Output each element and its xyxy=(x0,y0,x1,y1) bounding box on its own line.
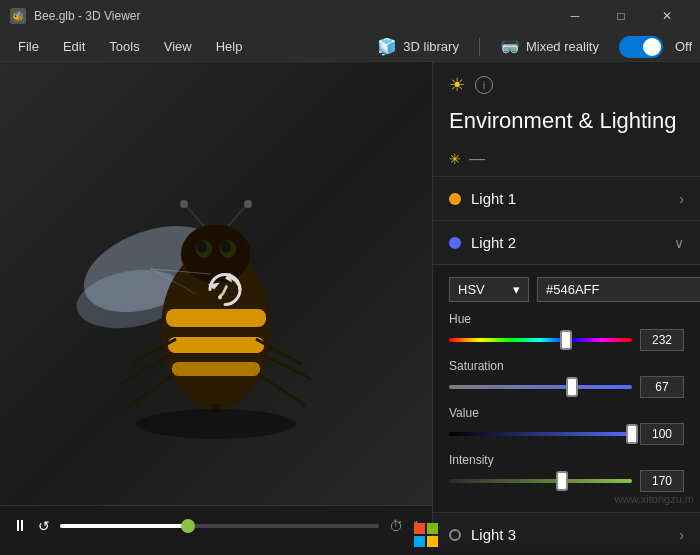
value-slider-row: Value 100 xyxy=(449,406,684,445)
menu-file[interactable]: File xyxy=(8,35,49,58)
playback-bar: ⏸ ↺ ⏱ 1 xyxy=(0,505,432,545)
pause-button[interactable]: ⏸ xyxy=(12,517,28,535)
progress-thumb[interactable] xyxy=(181,519,195,533)
intensity-value[interactable]: 170 xyxy=(640,470,684,492)
light-3-chevron: › xyxy=(679,527,684,543)
intensity-track-wrapper[interactable] xyxy=(449,471,632,491)
mode-label: HSV xyxy=(458,282,485,297)
right-panel: ☀ i Environment & Lighting ✳ — Light 1 ›… xyxy=(432,62,700,545)
value-thumb[interactable] xyxy=(626,424,638,444)
light-2-chevron: ∨ xyxy=(674,235,684,251)
menu-tools[interactable]: Tools xyxy=(99,35,149,58)
app-icon: 🐝 xyxy=(10,8,26,24)
hex-input[interactable] xyxy=(537,277,700,302)
viewer-area[interactable]: ⏸ ↺ ⏱ 1 xyxy=(0,62,432,545)
mixed-reality-label: Mixed reality xyxy=(526,39,599,54)
light-2-left: Light 2 xyxy=(449,234,516,251)
menu-edit[interactable]: Edit xyxy=(53,35,95,58)
library-label: 3D library xyxy=(403,39,459,54)
light-2-label: Light 2 xyxy=(471,234,516,251)
maximize-button[interactable]: □ xyxy=(598,0,644,32)
toggle-off-label: Off xyxy=(675,39,692,54)
svg-point-11 xyxy=(221,241,231,253)
light-2-item[interactable]: Light 2 ∨ xyxy=(433,220,700,264)
sun-icon: ☀ xyxy=(449,74,465,96)
saturation-slider-row: Saturation 67 xyxy=(449,359,684,398)
library-button[interactable]: 🧊 3D library xyxy=(369,34,467,59)
windows-logo-blue xyxy=(414,536,425,547)
mixed-reality-icon: 🥽 xyxy=(500,37,520,56)
intensity-track xyxy=(449,479,632,483)
reload-button[interactable]: ↺ xyxy=(38,518,50,534)
light-1-label: Light 1 xyxy=(471,190,516,207)
svg-line-20 xyxy=(261,354,311,379)
windows-logo-yellow xyxy=(427,536,438,547)
svg-line-18 xyxy=(126,374,174,409)
watermark: www.xitongzu.m xyxy=(609,491,700,507)
intensity-label: Intensity xyxy=(449,453,684,467)
value-control: 100 xyxy=(449,423,684,445)
info-icon[interactable]: i xyxy=(475,76,493,94)
light-3-label: Light 3 xyxy=(471,526,516,543)
hue-value[interactable]: 232 xyxy=(640,329,684,351)
panel-header: ☀ i xyxy=(433,62,700,104)
window-controls: ─ □ ✕ xyxy=(552,0,690,32)
svg-point-27 xyxy=(218,295,222,299)
saturation-track-wrapper[interactable] xyxy=(449,377,632,397)
intensity-slider-row: Intensity 170 xyxy=(449,453,684,492)
sun-adjust-icon: ✳ xyxy=(449,151,461,167)
mode-dropdown-icon: ▾ xyxy=(513,282,520,297)
light-2-expanded: HSV ▾ Hue 232 Saturat xyxy=(433,264,700,512)
intensity-thumb[interactable] xyxy=(556,471,568,491)
bee-container xyxy=(0,62,432,545)
progress-bar[interactable] xyxy=(60,524,379,528)
windows-logo-green xyxy=(427,523,438,534)
hue-track-wrapper[interactable] xyxy=(449,330,632,350)
hue-control: 232 xyxy=(449,329,684,351)
minimize-button[interactable]: ─ xyxy=(552,0,598,32)
intensity-control: 170 xyxy=(449,470,684,492)
menu-right: 🧊 3D library 🥽 Mixed reality Off xyxy=(369,34,692,59)
value-track-wrapper[interactable] xyxy=(449,424,632,444)
hue-thumb[interactable] xyxy=(560,330,572,350)
menu-help[interactable]: Help xyxy=(206,35,253,58)
title-bar: 🐝 Bee.glb - 3D Viewer ─ □ ✕ xyxy=(0,0,700,32)
hue-label: Hue xyxy=(449,312,684,326)
close-button[interactable]: ✕ xyxy=(644,0,690,32)
saturation-label: Saturation xyxy=(449,359,684,373)
panel-title: Environment & Lighting xyxy=(433,104,700,138)
clock-icon: ⏱ xyxy=(389,518,403,534)
toggle-knob xyxy=(643,38,661,56)
title-bar-left: 🐝 Bee.glb - 3D Viewer xyxy=(10,8,141,24)
svg-rect-5 xyxy=(168,337,264,353)
windows-logo-red xyxy=(414,523,425,534)
svg-point-13 xyxy=(180,200,188,208)
svg-point-15 xyxy=(244,200,252,208)
light-3-item[interactable]: Light 3 › xyxy=(433,512,700,545)
saturation-thumb[interactable] xyxy=(566,377,578,397)
light-1-item[interactable]: Light 1 › xyxy=(433,176,700,220)
menu-items: File Edit Tools View Help xyxy=(8,35,252,58)
svg-line-12 xyxy=(186,206,204,226)
value-value[interactable]: 100 xyxy=(640,423,684,445)
svg-line-14 xyxy=(228,206,246,226)
mixed-reality-button[interactable]: 🥽 Mixed reality xyxy=(492,34,607,59)
mixed-reality-toggle[interactable] xyxy=(619,36,663,58)
subtitle-dash: — xyxy=(469,150,485,168)
saturation-value[interactable]: 67 xyxy=(640,376,684,398)
main-area: ⏸ ↺ ⏱ 1 ☀ i Environment & Lighting ✳ — xyxy=(0,62,700,545)
mode-select[interactable]: HSV ▾ xyxy=(449,277,529,302)
windows-logo xyxy=(414,523,438,547)
saturation-track xyxy=(449,385,632,389)
light-3-left: Light 3 xyxy=(449,526,516,543)
value-label: Value xyxy=(449,406,684,420)
separator xyxy=(479,38,480,56)
hsv-row: HSV ▾ xyxy=(449,277,684,302)
svg-line-21 xyxy=(258,374,306,406)
progress-fill xyxy=(60,524,188,528)
rotate-cursor-icon xyxy=(200,264,250,323)
svg-point-10 xyxy=(197,241,207,253)
menu-view[interactable]: View xyxy=(154,35,202,58)
svg-rect-6 xyxy=(172,362,260,376)
hue-track xyxy=(449,338,632,342)
